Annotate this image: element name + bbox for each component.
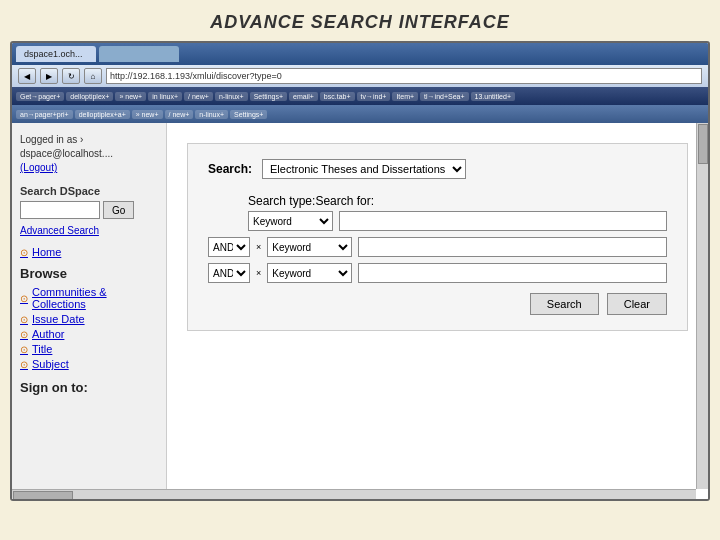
search-text-input-3[interactable] — [358, 263, 667, 283]
bullet-arrow-title: ⊙ — [20, 344, 28, 355]
toolbar-btn-7[interactable]: Settings+ — [250, 92, 287, 101]
subject-link: Subject — [32, 358, 69, 370]
browser-titlebar: dspace1.och... — [12, 43, 708, 65]
logout-link[interactable]: (Logout) — [20, 162, 57, 173]
and-select-2[interactable]: AND OR NOT — [208, 237, 250, 257]
type-for-row: Search type: Search for: — [208, 194, 667, 208]
issue-date-link: Issue Date — [32, 313, 85, 325]
search-row-3: AND OR NOT × Keyword Author Title Subjec… — [208, 263, 667, 283]
sidebar-item-communities[interactable]: ⊙ Communities & Collections — [20, 286, 158, 310]
collection-select[interactable]: Electronic Theses and Dissertations — [262, 159, 466, 179]
bullet-arrow-issue-date: ⊙ — [20, 314, 28, 325]
browser-controls: ◀ ▶ ↻ ⌂ — [12, 65, 708, 87]
home-link: Home — [32, 246, 61, 258]
sidebar: Logged in as › dspace@localhost.... (Log… — [12, 123, 167, 501]
toolbar-btn-13[interactable]: 13.untitled+ — [471, 92, 515, 101]
sidebar-item-title[interactable]: ⊙ Title — [20, 343, 158, 355]
bullet-arrow-home: ⊙ — [20, 247, 28, 258]
search-row-2: AND OR NOT × Keyword Author Title Subjec… — [208, 237, 667, 257]
toolbar-btn-8[interactable]: email+ — [289, 92, 318, 101]
back-button[interactable]: ◀ — [18, 68, 36, 84]
search-dspace-label: Search DSpace — [20, 185, 158, 197]
search-panel: Search: Electronic Theses and Dissertati… — [187, 143, 688, 331]
sidebar-item-author[interactable]: ⊙ Author — [20, 328, 158, 340]
toolbar-btn-2[interactable]: delloptiplex+ — [66, 92, 113, 101]
search-for-label: Search for: — [315, 194, 374, 208]
sidebar-item-subject[interactable]: ⊙ Subject — [20, 358, 158, 370]
main-content: Search: Electronic Theses and Dissertati… — [167, 123, 708, 501]
toolbar2-btn-3[interactable]: » new+ — [132, 110, 163, 119]
browser-content: Logged in as › dspace@localhost.... (Log… — [12, 123, 708, 501]
bullet-arrow-communities: ⊙ — [20, 293, 28, 304]
search-header-row: Search: Electronic Theses and Dissertati… — [208, 159, 667, 179]
type-select-3[interactable]: Keyword Author Title Subject — [267, 263, 352, 283]
search-button[interactable]: Search — [530, 293, 599, 315]
remove-row-3[interactable]: × — [256, 268, 261, 278]
advanced-search-link[interactable]: Advanced Search — [20, 225, 158, 236]
sign-on-label: Sign on to: — [20, 380, 158, 395]
toolbar-btn-6[interactable]: n-linux+ — [215, 92, 248, 101]
go-button[interactable]: Go — [103, 201, 134, 219]
and-select-3[interactable]: AND OR NOT — [208, 263, 250, 283]
toolbar-strip-1: Get→pager+ delloptiplex+ » new+ in linux… — [12, 87, 708, 105]
title-link: Title — [32, 343, 52, 355]
scroll-thumb-horizontal[interactable] — [13, 491, 73, 501]
bullet-arrow-author: ⊙ — [20, 329, 28, 340]
browser-tab-active[interactable]: dspace1.och... — [16, 46, 96, 62]
search-text-input-2[interactable] — [358, 237, 667, 257]
arrow-icon: › — [80, 133, 83, 147]
logged-in-label: Logged in as — [20, 134, 77, 145]
forward-button[interactable]: ▶ — [40, 68, 58, 84]
sidebar-search-input[interactable] — [20, 201, 100, 219]
search-type-label: Search type: — [208, 194, 315, 208]
buttons-row: Search Clear — [208, 293, 667, 315]
search-row-1: Keyword Author Title Subject — [248, 211, 667, 231]
toolbar-btn-9[interactable]: bsc.tab+ — [320, 92, 355, 101]
toolbar-strip-2: an→pager+pri+ delloptiplex+a+ » new+ / n… — [12, 105, 708, 123]
communities-link: Communities & Collections — [32, 286, 158, 310]
refresh-button[interactable]: ↻ — [62, 68, 80, 84]
toolbar2-btn-4[interactable]: / new+ — [165, 110, 194, 119]
scrollbar-vertical[interactable] — [696, 123, 708, 489]
type-select-1[interactable]: Keyword Author Title Subject — [248, 211, 333, 231]
username: dspace@localhost.... — [20, 148, 113, 159]
home-button[interactable]: ⌂ — [84, 68, 102, 84]
toolbar2-btn-1[interactable]: an→pager+pri+ — [16, 110, 73, 119]
scrollbar-horizontal[interactable] — [12, 489, 696, 501]
scroll-thumb-vertical[interactable] — [698, 124, 708, 164]
bullet-arrow-subject: ⊙ — [20, 359, 28, 370]
sidebar-item-issue-date[interactable]: ⊙ Issue Date — [20, 313, 158, 325]
search-text-input-1[interactable] — [339, 211, 667, 231]
toolbar-btn-4[interactable]: in linux+ — [148, 92, 182, 101]
toolbar-btn-12[interactable]: tl→ind+Sea+ — [420, 92, 468, 101]
page-title: ADVANCE SEARCH INTERFACE — [0, 0, 720, 41]
toolbar2-btn-5[interactable]: n-linux+ — [195, 110, 228, 119]
toolbar-btn-10[interactable]: tv→ind+ — [357, 92, 391, 101]
browser-window: dspace1.och... ◀ ▶ ↻ ⌂ Get→pager+ dellop… — [10, 41, 710, 501]
address-bar[interactable] — [106, 68, 702, 84]
toolbar-btn-3[interactable]: » new+ — [115, 92, 146, 101]
search-colon-label: Search: — [208, 162, 252, 176]
logged-in-info: Logged in as › dspace@localhost.... (Log… — [20, 133, 158, 175]
search-row: Go — [20, 201, 158, 219]
sidebar-item-home[interactable]: ⊙ Home — [20, 246, 158, 258]
toolbar-btn-1[interactable]: Get→pager+ — [16, 92, 64, 101]
browse-label: Browse — [20, 266, 158, 281]
toolbar-btn-5[interactable]: / new+ — [184, 92, 213, 101]
toolbar2-btn-6[interactable]: Settings+ — [230, 110, 267, 119]
clear-button[interactable]: Clear — [607, 293, 667, 315]
toolbar-btn-11[interactable]: Item+ — [392, 92, 418, 101]
author-link: Author — [32, 328, 64, 340]
remove-row-2[interactable]: × — [256, 242, 261, 252]
toolbar2-btn-2[interactable]: delloptiplex+a+ — [75, 110, 130, 119]
browser-tab-inactive[interactable] — [99, 46, 179, 62]
type-select-2[interactable]: Keyword Author Title Subject — [267, 237, 352, 257]
